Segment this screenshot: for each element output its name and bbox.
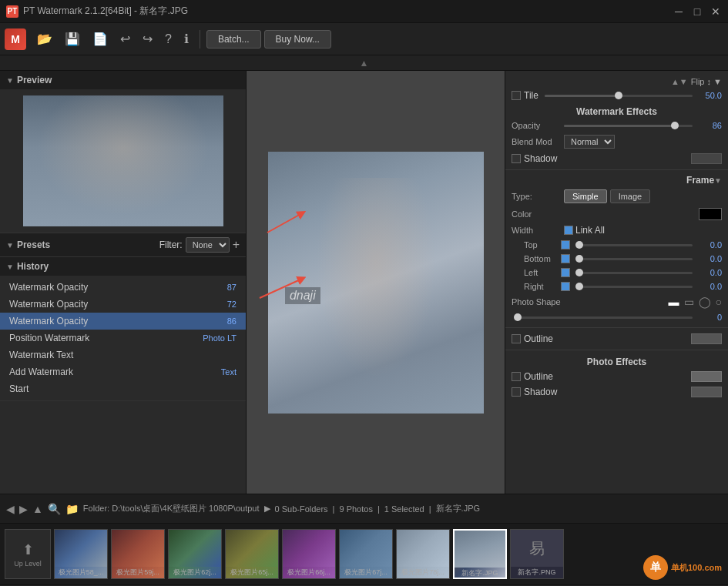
history-item[interactable]: Position Watermark Photo LT <box>0 330 246 347</box>
history-item-selected[interactable]: Watermark Opacity 86 <box>0 313 246 330</box>
bottom-slider[interactable] <box>579 258 693 260</box>
blend-mode-row: Blend Mod Normal <box>505 132 728 151</box>
tile-slider[interactable] <box>545 95 693 97</box>
flip-row: ▲▼ Flip ↕ ▼ <box>505 75 728 88</box>
shape-ellipse-icon[interactable]: ◯ <box>699 296 711 308</box>
close-button[interactable]: ✕ <box>710 5 722 18</box>
shape-rounded-icon[interactable]: ▭ <box>684 296 694 308</box>
bottom-slider-thumb[interactable] <box>575 255 583 263</box>
tile-checkbox[interactable] <box>512 91 521 100</box>
top-checkbox[interactable] <box>561 240 570 249</box>
filmstrip-item[interactable]: 极光图片58_... <box>54 529 108 579</box>
film-label: 极光图片59j... <box>112 567 164 578</box>
history-item[interactable]: Watermark Text <box>0 347 246 363</box>
filmstrip-item[interactable]: 极光图片78j... <box>396 529 450 579</box>
nav-up-button[interactable]: ▲ <box>32 503 43 515</box>
history-item[interactable]: Add Watermark Text <box>0 363 246 380</box>
nav-search-button[interactable]: 🔍 <box>48 503 61 515</box>
top-slider-thumb[interactable] <box>575 241 583 249</box>
left-slider-thumb[interactable] <box>575 269 583 276</box>
title-bar-left: PT PT Watermark 2.1.2[64Bit] - 新名字.JPG <box>6 5 188 18</box>
filmstrip-item-selected[interactable]: 新名字.JPG <box>453 529 507 579</box>
nav-prev-button[interactable]: ◀ <box>6 503 15 515</box>
outline2-checkbox[interactable] <box>512 372 521 381</box>
right-slider-thumb[interactable] <box>575 283 583 290</box>
outline2-color[interactable] <box>691 371 722 382</box>
redo-button[interactable]: ↪ <box>138 28 157 49</box>
presets-header[interactable]: ▼ Presets Filter: None + <box>0 233 246 256</box>
save-button[interactable]: 💾 <box>60 28 85 49</box>
right-value: 0.0 <box>699 282 722 291</box>
bottom-value: 0.0 <box>699 254 722 263</box>
preview-image <box>23 95 223 226</box>
shadow2-checkbox[interactable] <box>512 387 521 397</box>
up-level-button[interactable]: ⬆ Up Level <box>5 529 51 579</box>
batch-button[interactable]: Batch... <box>206 30 261 49</box>
history-item[interactable]: Watermark Opacity 87 <box>0 279 246 296</box>
tile-slider-thumb[interactable] <box>615 92 622 99</box>
presets-section: ▼ Presets Filter: None + <box>0 233 246 257</box>
presets-label: Presets <box>17 239 50 250</box>
shadow2-color[interactable] <box>691 387 722 397</box>
outline1-color[interactable] <box>691 333 722 344</box>
photos-count: 9 Photos <box>339 504 372 514</box>
left-slider[interactable] <box>579 272 693 274</box>
buy-now-button[interactable]: Buy Now... <box>264 30 331 49</box>
filmstrip-item[interactable]: 极光图片59j... <box>111 529 165 579</box>
filmstrip-item[interactable]: 极光图片67j... <box>339 529 393 579</box>
top-collapse-bar[interactable]: ▲ <box>0 55 728 71</box>
outline1-checkbox[interactable] <box>512 334 521 343</box>
top-slider[interactable] <box>579 244 693 246</box>
opacity-value: 86 <box>699 121 722 130</box>
filmstrip-item[interactable]: 易 新名字.PNG <box>510 529 564 579</box>
filter-select[interactable]: None <box>186 237 230 253</box>
title-bar: PT PT Watermark 2.1.2[64Bit] - 新名字.JPG ─… <box>0 0 728 23</box>
help-button[interactable]: ? <box>160 29 176 49</box>
type-simple-button[interactable]: Simple <box>564 189 607 203</box>
film-thumbnail <box>55 530 107 567</box>
opacity-slider[interactable] <box>564 125 693 127</box>
shadow-checkbox[interactable] <box>512 154 521 163</box>
bottom-checkbox[interactable] <box>561 254 570 263</box>
preview-header[interactable]: ▼ Preview <box>0 71 246 89</box>
filmstrip-item[interactable]: 极光图片62j... <box>168 529 222 579</box>
filmstrip-item[interactable]: 极光图片65j... <box>225 529 279 579</box>
film-thumbnail <box>226 530 278 567</box>
link-all-checkbox[interactable] <box>564 226 573 235</box>
history-item[interactable]: Watermark Opacity 72 <box>0 296 246 313</box>
undo-button[interactable]: ↩ <box>116 28 135 49</box>
open-file-button[interactable]: 📂 <box>32 28 57 49</box>
path-separator: ▶ <box>264 504 270 514</box>
shadow-color[interactable] <box>691 153 722 164</box>
roundness-slider[interactable] <box>518 316 693 319</box>
app-logo: M <box>5 28 26 50</box>
tile-row: Tile 50.0 <box>505 88 728 103</box>
filmstrip-item[interactable]: 极光图片66j... <box>282 529 336 579</box>
roundness-slider-thumb[interactable] <box>514 313 522 321</box>
right-slider[interactable] <box>579 286 693 288</box>
selected-count: 1 Selected <box>384 504 424 514</box>
history-item[interactable]: Start <box>0 380 246 397</box>
shape-rect-icon[interactable]: ▬ <box>669 296 679 308</box>
top-row: Top 0.0 <box>505 238 728 252</box>
status-sep-1: | <box>333 504 335 514</box>
save-as-button[interactable]: 📄 <box>88 28 112 49</box>
presets-header-left: ▼ Presets <box>6 239 50 250</box>
nav-next-button[interactable]: ▶ <box>19 503 28 515</box>
bottom-row: Bottom 0.0 <box>505 252 728 266</box>
opacity-slider-thumb[interactable] <box>671 122 679 129</box>
shadow-row-1: Shadow <box>505 151 728 166</box>
filmstrip: ⬆ Up Level 极光图片58_... 极光图片59j... 极光图片62j… <box>0 523 728 584</box>
history-header[interactable]: ▼ History <box>0 257 246 276</box>
shape-circle-icon[interactable]: ○ <box>716 296 722 308</box>
left-checkbox[interactable] <box>561 268 570 277</box>
right-checkbox[interactable] <box>561 282 570 291</box>
info-button[interactable]: ℹ <box>179 28 193 49</box>
minimize-button[interactable]: ─ <box>673 5 685 18</box>
color-swatch[interactable] <box>699 208 722 220</box>
blend-select[interactable]: Normal <box>564 135 615 149</box>
bottom-label: Bottom <box>512 254 558 263</box>
add-preset-button[interactable]: + <box>233 238 240 252</box>
type-image-button[interactable]: Image <box>610 189 651 203</box>
maximize-button[interactable]: □ <box>691 5 703 18</box>
